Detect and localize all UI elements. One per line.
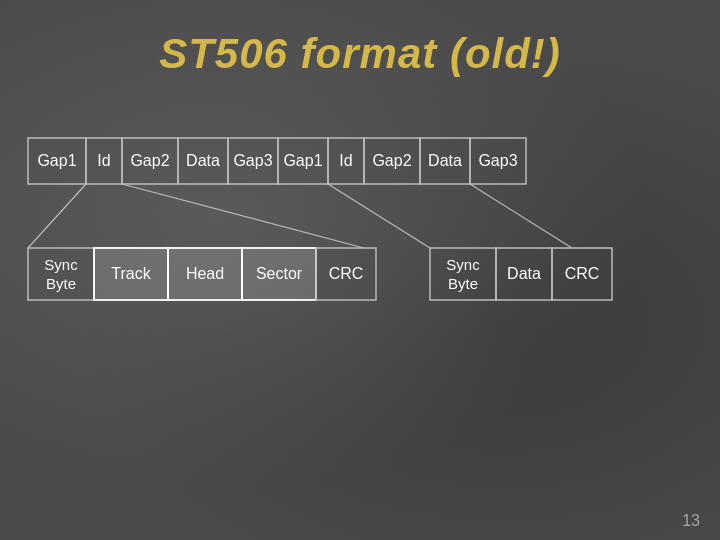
svg-line-21 (122, 184, 364, 248)
svg-text:Gap1: Gap1 (37, 152, 76, 169)
svg-text:Byte: Byte (46, 275, 76, 292)
svg-text:Gap2: Gap2 (372, 152, 411, 169)
svg-text:Gap2: Gap2 (130, 152, 169, 169)
svg-text:Data: Data (507, 265, 541, 282)
page-number: 13 (682, 512, 700, 530)
svg-text:Sync: Sync (446, 256, 480, 273)
svg-text:Gap3: Gap3 (233, 152, 272, 169)
svg-text:Track: Track (111, 265, 151, 282)
svg-line-33 (328, 184, 430, 248)
svg-text:Byte: Byte (448, 275, 478, 292)
svg-text:Gap3: Gap3 (478, 152, 517, 169)
svg-line-34 (470, 184, 572, 248)
svg-text:CRC: CRC (329, 265, 364, 282)
title-text: ST506 format (old!) (0, 30, 720, 78)
slide-title: ST506 format (old!) (0, 0, 720, 118)
svg-line-20 (28, 184, 86, 248)
svg-text:CRC: CRC (565, 265, 600, 282)
svg-text:Sync: Sync (44, 256, 78, 273)
svg-text:Head: Head (186, 265, 224, 282)
svg-text:Data: Data (428, 152, 462, 169)
svg-text:Data: Data (186, 152, 220, 169)
svg-text:Id: Id (97, 152, 110, 169)
svg-text:Id: Id (339, 152, 352, 169)
svg-text:Gap1: Gap1 (283, 152, 322, 169)
svg-text:Sector: Sector (256, 265, 303, 282)
